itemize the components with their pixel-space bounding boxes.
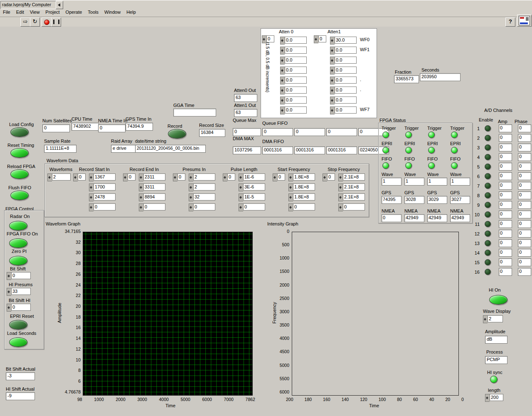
array-index-control[interactable]: 0 — [123, 173, 135, 181]
enable-led[interactable] — [485, 144, 491, 151]
increment-decrement-icon[interactable] — [338, 183, 343, 191]
array-index-control[interactable]: 0 — [273, 173, 285, 181]
increment-decrement-icon[interactable] — [189, 173, 193, 181]
enable-led[interactable] — [485, 211, 491, 218]
phase-input[interactable]: 0 — [518, 210, 531, 218]
enable-led[interactable] — [485, 250, 491, 256]
load-seconds-button[interactable] — [9, 337, 27, 347]
amp-input[interactable]: 0 — [499, 258, 512, 266]
amp-input[interactable]: 0 — [499, 144, 512, 151]
bit-shift-hi-input[interactable]: 0 — [7, 304, 31, 311]
enable-led[interactable] — [485, 163, 491, 170]
atten0-value-control[interactable]: 0.0 — [280, 37, 307, 44]
atten1-value[interactable]: 0.0 — [335, 47, 357, 54]
array-value-control[interactable]: 32 — [189, 193, 215, 201]
amp-input[interactable]: 0 — [499, 163, 512, 171]
fpga-fifo-on-button[interactable] — [9, 238, 27, 248]
atten1-value-control[interactable]: 0.0 — [330, 87, 357, 94]
increment-decrement-icon[interactable] — [173, 173, 177, 181]
abort-button[interactable] — [42, 17, 52, 27]
atten1-value-control[interactable]: 0.0 — [330, 77, 357, 84]
array-value-control[interactable]: 3311 — [139, 183, 165, 191]
atten1-value-control[interactable]: 30.0 — [330, 37, 357, 44]
array-value[interactable]: 2478 — [94, 193, 116, 201]
array-value[interactable]: 2.1E+8 — [343, 193, 365, 201]
array-value[interactable]: 3E-6 — [243, 183, 265, 191]
amplitude-select[interactable]: dB — [485, 336, 507, 344]
enable-led[interactable] — [485, 135, 491, 141]
array-value-control[interactable]: 0 — [288, 203, 315, 210]
hi-presums-input[interactable]: 33 — [7, 288, 31, 295]
array-value[interactable]: 0 — [243, 203, 265, 210]
increment-decrement-icon[interactable] — [288, 193, 293, 201]
array-value[interactable]: 3311 — [143, 183, 165, 191]
radar-on-button[interactable] — [9, 221, 27, 230]
increment-decrement-icon[interactable] — [280, 67, 285, 74]
increment-decrement-icon[interactable] — [239, 193, 243, 201]
length-value[interactable]: 200 — [490, 394, 503, 401]
help-button[interactable]: ? — [505, 17, 515, 27]
array-value-control[interactable]: 2 — [189, 183, 215, 191]
array-value[interactable]: 32 — [193, 193, 215, 201]
increment-decrement-icon[interactable] — [288, 183, 293, 191]
flush-fifo-button[interactable] — [10, 191, 29, 200]
wave-display-input[interactable]: 2 — [483, 315, 503, 322]
increment-decrement-icon[interactable] — [338, 193, 343, 201]
array-value[interactable]: 2 — [193, 183, 215, 191]
phase-input[interactable]: 0 — [518, 182, 531, 190]
atten0-value[interactable]: 0.0 — [285, 37, 307, 44]
increment-decrement-icon[interactable] — [7, 288, 11, 296]
increment-decrement-icon[interactable] — [273, 173, 277, 181]
enable-led[interactable] — [485, 192, 491, 198]
increment-decrement-icon[interactable] — [89, 203, 94, 211]
array-value[interactable]: 1700 — [94, 183, 116, 191]
amp-input[interactable]: 0 — [499, 220, 512, 228]
atten1-value[interactable]: 0.0 — [335, 87, 357, 94]
bit-shift-input[interactable]: 0 — [7, 272, 31, 279]
increment-decrement-icon[interactable] — [189, 203, 193, 211]
increment-decrement-icon[interactable] — [139, 183, 143, 191]
array-value[interactable]: 2.1E+8 — [343, 173, 365, 181]
array-index-value[interactable]: 0 — [277, 173, 285, 181]
enable-led[interactable] — [485, 173, 491, 179]
increment-decrement-icon[interactable] — [330, 67, 335, 74]
vi-icon[interactable] — [517, 15, 532, 27]
atten0-value-control[interactable]: 0.0 — [280, 97, 307, 104]
array-value-control[interactable]: 2.1E+8 — [338, 193, 365, 201]
increment-decrement-icon[interactable] — [7, 304, 11, 312]
wave-display-value[interactable]: 2 — [488, 315, 503, 322]
array-value-control[interactable]: 1.8E+8 — [288, 193, 315, 201]
increment-decrement-icon[interactable] — [330, 87, 335, 94]
increment-decrement-icon[interactable] — [288, 173, 293, 181]
record-button[interactable] — [168, 129, 186, 139]
array-index-value[interactable]: 0 — [78, 173, 86, 181]
increment-decrement-icon[interactable] — [330, 57, 335, 64]
array-value[interactable]: 1E-6 — [243, 173, 265, 181]
array-index-control[interactable]: 0 — [223, 173, 235, 181]
increment-decrement-icon[interactable] — [47, 173, 52, 181]
increment-decrement-icon[interactable] — [189, 193, 193, 201]
enable-led[interactable] — [485, 269, 491, 275]
atten0-value-control[interactable]: 0.0 — [280, 67, 307, 74]
increment-decrement-icon[interactable] — [73, 173, 78, 181]
array-value-control[interactable]: 2 — [189, 173, 215, 181]
array-index-value[interactable]: 0 — [227, 173, 235, 181]
atten0-value[interactable]: 0.0 — [285, 77, 307, 84]
array-value-control[interactable]: 1.8E+8 — [288, 173, 315, 181]
atten1-value-control[interactable]: 0.0 — [330, 67, 357, 74]
amp-input[interactable]: 0 — [499, 124, 512, 132]
increment-decrement-icon[interactable] — [288, 203, 293, 211]
phase-input[interactable]: 0 — [518, 172, 531, 180]
array-index-value[interactable]: 0 — [327, 173, 335, 181]
increment-decrement-icon[interactable] — [239, 203, 243, 211]
record-size-input[interactable]: 16384 — [199, 129, 225, 137]
array-index-value[interactable]: 0 — [177, 173, 185, 181]
phase-input[interactable]: 0 — [518, 230, 531, 238]
array-value-control[interactable]: 2.1E+8 — [338, 173, 365, 181]
array-value-control[interactable]: 3E-6 — [239, 183, 265, 191]
increment-decrement-icon[interactable] — [330, 47, 335, 54]
array-value[interactable]: 1367 — [94, 173, 116, 181]
array-value[interactable]: 0 — [143, 203, 165, 210]
array-value-control[interactable]: 0 — [239, 203, 265, 210]
array-index-control[interactable]: 0 — [323, 173, 335, 181]
